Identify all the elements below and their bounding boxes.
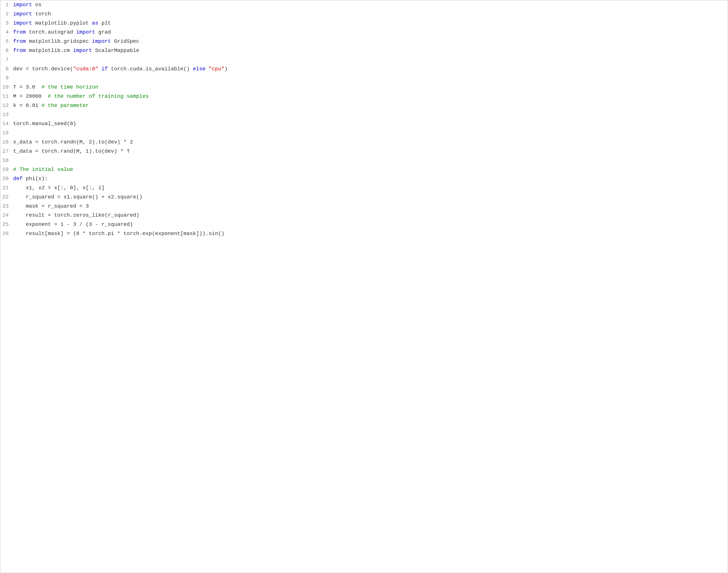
line-number: 5: [0, 37, 12, 46]
line-content: from torch.autograd import grad: [12, 28, 728, 37]
line-number: 2: [0, 10, 12, 19]
code-line: 22 r_squared = x1.square() + x2.square(): [0, 193, 728, 202]
line-content: [12, 128, 728, 138]
token: # The initial value: [13, 166, 73, 172]
line-content: # The initial value: [12, 165, 728, 174]
token: import: [92, 39, 111, 44]
line-number: 1: [0, 0, 12, 10]
code-line: 6from matplotlib.cm import ScalarMappabl…: [0, 46, 728, 55]
line-number: 25: [0, 220, 12, 229]
token: mask = r_squared < 3: [13, 203, 89, 209]
token: os: [32, 2, 42, 8]
token: def: [13, 176, 22, 181]
line-content: [12, 110, 728, 119]
line-number: 23: [0, 202, 12, 211]
code-line: 12k = 0.01 # the parameter: [0, 101, 728, 110]
code-line: 11M = 20000 # the number of training sam…: [0, 92, 728, 101]
code-line: 17t_data = torch.rand(M, 1).to(dev) * T: [0, 147, 728, 156]
line-content: [12, 73, 728, 83]
line-content: k = 0.01 # the parameter: [12, 101, 728, 110]
line-number: 14: [0, 119, 12, 128]
token: torch.cuda.is_available(): [108, 66, 193, 72]
line-number: 7: [0, 55, 12, 64]
line-number: 22: [0, 193, 12, 202]
line-content: [12, 156, 728, 165]
code-line: 8dev = torch.device("cuda:0" if torch.cu…: [0, 64, 728, 74]
code-line: 7: [0, 55, 728, 64]
line-content: x1, x2 = x[:, 0], x[:, 1]: [12, 184, 728, 193]
line-content: import matplotlib.pyplot as plt: [12, 19, 728, 28]
token: ScalarMappable: [92, 48, 139, 53]
code-line: 1import os: [0, 0, 728, 10]
line-number: 16: [0, 138, 12, 147]
token: dev: [13, 66, 22, 72]
code-table: 1import os2import torch3import matplotli…: [0, 0, 728, 239]
token: import: [76, 29, 95, 35]
code-line: 26 result[mask] = (8 * torch.pi * torch.…: [0, 229, 728, 239]
token: # the parameter: [42, 103, 89, 108]
token: k = 0.01: [13, 103, 42, 108]
token: torch: [32, 11, 51, 17]
line-number: 3: [0, 19, 12, 28]
line-number: 9: [0, 73, 12, 83]
line-content: result[mask] = (8 * torch.pi * torch.exp…: [12, 229, 728, 239]
code-line: 19# The initial value: [0, 165, 728, 174]
line-content: import torch: [12, 10, 728, 19]
token: import: [13, 2, 32, 8]
code-line: 10T = 3.0 # the time horizon: [0, 83, 728, 92]
token: import: [13, 20, 32, 26]
token: grad: [95, 29, 111, 35]
token: [205, 66, 209, 72]
line-number: 15: [0, 128, 12, 138]
code-line: 14torch.manual_seed(0): [0, 119, 728, 128]
token: GridSpec: [111, 39, 139, 44]
token: if: [102, 66, 108, 72]
code-line: 16x_data = torch.randn(M, 2).to(dev) * 2: [0, 138, 728, 147]
line-number: 18: [0, 156, 12, 165]
token: else: [193, 66, 205, 72]
token: ): [225, 66, 228, 72]
token: from: [13, 39, 26, 44]
code-line: 3import matplotlib.pyplot as plt: [0, 19, 728, 28]
line-number: 11: [0, 92, 12, 101]
line-content: [12, 55, 728, 64]
code-line: 15: [0, 128, 728, 138]
code-line: 5from matplotlib.gridspec import GridSpe…: [0, 37, 728, 46]
line-content: def phi(x):: [12, 174, 728, 184]
token: matplotlib.cm: [26, 48, 73, 53]
line-content: torch.manual_seed(0): [12, 119, 728, 128]
token: [98, 66, 102, 72]
token: exponent = 1 - 3 / (3 - r_squared): [13, 221, 133, 227]
token: plt: [98, 20, 111, 26]
token: "cpu": [209, 66, 225, 72]
code-line: 20def phi(x):: [0, 174, 728, 184]
line-number: 20: [0, 174, 12, 184]
line-content: from matplotlib.cm import ScalarMappable: [12, 46, 728, 55]
line-content: exponent = 1 - 3 / (3 - r_squared): [12, 220, 728, 229]
code-line: 4from torch.autograd import grad: [0, 28, 728, 37]
token: as: [92, 20, 98, 26]
token: # the number of training samples: [48, 93, 149, 99]
code-line: 13: [0, 110, 728, 119]
token: # the time horizon: [42, 84, 98, 90]
token: torch.autograd: [26, 29, 76, 35]
token: phi(x):: [22, 176, 48, 181]
token: T = 3.0: [13, 84, 42, 90]
code-line: 23 mask = r_squared < 3: [0, 202, 728, 211]
line-content: import os: [12, 0, 728, 10]
code-line: 18: [0, 156, 728, 165]
line-content: T = 3.0 # the time horizon: [12, 83, 728, 92]
line-number: 17: [0, 147, 12, 156]
line-content: mask = r_squared < 3: [12, 202, 728, 211]
line-content: M = 20000 # the number of training sampl…: [12, 92, 728, 101]
line-number: 6: [0, 46, 12, 55]
code-editor: 1import os2import torch3import matplotli…: [0, 0, 728, 573]
token: from: [13, 48, 26, 53]
line-number: 12: [0, 101, 12, 110]
line-number: 24: [0, 211, 12, 220]
token: import: [73, 48, 92, 53]
token: matplotlib.pyplot: [32, 20, 92, 26]
code-line: 2import torch: [0, 10, 728, 19]
code-line: 24 result = torch.zeros_like(r_squared): [0, 211, 728, 220]
line-number: 21: [0, 184, 12, 193]
